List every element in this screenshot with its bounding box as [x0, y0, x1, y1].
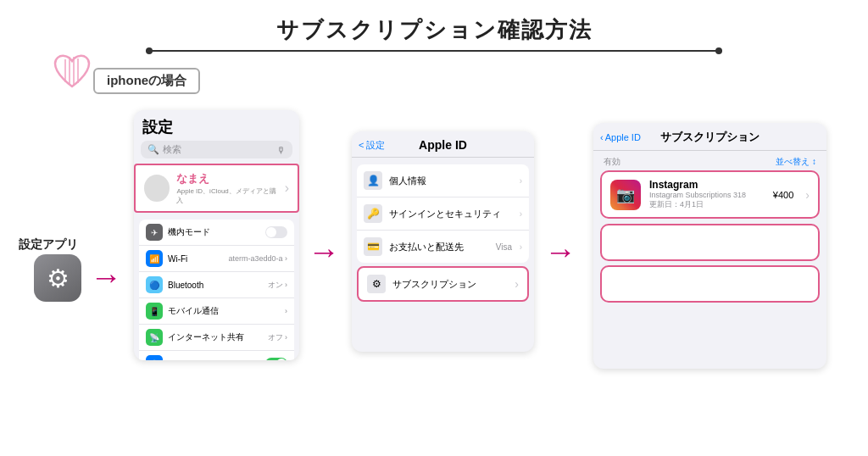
toggle-off[interactable]	[265, 226, 287, 238]
list-item[interactable]: 💳 お支払いと配送先 Visa ›	[357, 231, 529, 263]
bluetooth-icon: 🔵	[146, 276, 163, 293]
hotspot-icon: 📡	[146, 329, 163, 346]
item-value: オン ›	[268, 280, 288, 291]
apple-id-screen: < 設定 Apple ID 👤 個人情報 › 🔑 サインインとセキュリティ › …	[352, 131, 534, 352]
settings-app-label: 設定アプリ	[19, 237, 78, 253]
subscription-nav: ‹ Apple ID サブスクリプション	[593, 123, 826, 151]
chevron-left-icon: ‹	[600, 132, 604, 142]
vpn-icon: 🔒	[146, 355, 163, 360]
empty-subscription-item-2	[600, 265, 820, 303]
search-bar[interactable]: 🔍 検索 🎙	[141, 141, 292, 158]
item-label: サインインとセキュリティ	[389, 208, 501, 220]
item-label: インターネット共有	[168, 331, 244, 343]
instagram-date: 更新日：4月1日	[649, 199, 765, 210]
heart-icon	[53, 53, 92, 90]
instagram-details: Instagram Instagram Subscriptions 318 更新…	[649, 179, 765, 210]
nav-back-button[interactable]: ‹ Apple ID	[600, 132, 641, 142]
search-icon: 🔍	[147, 144, 159, 155]
nav-back-button[interactable]: < 設定	[359, 139, 385, 152]
profile-name: なまえ	[176, 171, 277, 186]
signin-security-icon: 🔑	[364, 204, 382, 223]
arrow-3: →	[544, 236, 576, 268]
chevron-right-icon: ›	[285, 181, 289, 196]
airplane-mode-icon: ✈	[146, 224, 163, 241]
apple-id-list: 👤 個人情報 › 🔑 サインインとセキュリティ › 💳 お支払いと配送先 Vis…	[357, 164, 529, 263]
chevron-right-icon: ›	[520, 209, 522, 219]
settings-screen-header: 設定	[134, 110, 299, 141]
item-value: オフ ›	[268, 332, 288, 343]
title-underline	[146, 50, 722, 52]
arrow-1: →	[90, 261, 122, 293]
list-item[interactable]: ✈ 機内モード	[139, 220, 294, 246]
subscription-nav-title: サブスクリプション	[660, 130, 760, 145]
list-item[interactable]: 🔒 VPN	[139, 351, 294, 360]
chevron-right-icon: ›	[285, 307, 287, 315]
empty-subscription-item-1	[600, 224, 820, 261]
instagram-price: ¥400	[773, 190, 793, 200]
gear-icon: ⚙	[47, 264, 70, 293]
item-label: Wi-Fi	[168, 254, 187, 264]
section-label: 有効	[604, 156, 620, 168]
list-item[interactable]: 🔵 Bluetooth オン ›	[139, 272, 294, 298]
instagram-subtitle: Instagram Subscriptions 318	[649, 191, 765, 199]
list-item[interactable]: 🔑 サインインとセキュリティ ›	[357, 197, 529, 231]
avatar	[144, 175, 170, 202]
mobile-icon: 📱	[146, 303, 163, 320]
sort-button[interactable]: 並べ替え ↕	[776, 156, 816, 168]
subscription-card[interactable]: 📷 Instagram Instagram Subscriptions 318 …	[600, 170, 820, 219]
list-item[interactable]: 📱 モバイル通信 ›	[139, 298, 294, 325]
list-item[interactable]: 👤 個人情報 ›	[357, 164, 529, 197]
apple-id-nav-title: Apple ID	[419, 138, 467, 152]
personal-info-icon: 👤	[364, 171, 382, 190]
chevron-right-icon: ›	[520, 176, 522, 186]
subscription-icon: ⚙	[367, 275, 386, 293]
chevron-right-icon: ›	[515, 277, 519, 291]
payment-icon: 💳	[364, 237, 382, 256]
nav-back-label: Apple ID	[605, 132, 641, 142]
instagram-icon: 📷	[610, 180, 641, 210]
apple-id-nav: < 設定 Apple ID	[352, 131, 534, 158]
item-label: 個人情報	[389, 175, 426, 187]
subscription-row[interactable]: ⚙ サブスクリプション ›	[357, 266, 529, 302]
item-label: お支払いと配送先	[389, 241, 464, 253]
item-label: VPN	[168, 359, 186, 361]
wifi-icon: 📶	[146, 250, 163, 267]
chevron-right-icon: ›	[520, 242, 522, 252]
list-item[interactable]: 📡 インターネット共有 オフ ›	[139, 325, 294, 351]
item-label: 機内モード	[168, 226, 210, 238]
mic-icon: 🎙	[276, 145, 286, 155]
toggle-on[interactable]	[265, 358, 287, 360]
profile-row[interactable]: なまえ Apple ID、iCloud、メディアと購入 ›	[134, 164, 299, 213]
subscription-screen: ‹ Apple ID サブスクリプション 有効 並べ替え ↕ 📷 Instagr…	[593, 123, 826, 369]
item-label: モバイル通信	[168, 305, 219, 317]
iphone-label: iphoneの場合	[93, 68, 200, 94]
list-item[interactable]: 📶 Wi-Fi aterm-a3edd0-a ›	[139, 246, 294, 272]
arrow-2: →	[308, 236, 340, 268]
item-label: Bluetooth	[168, 281, 203, 290]
settings-app-icon: ⚙	[34, 254, 81, 302]
profile-subtitle: Apple ID、iCloud、メディアと購入	[176, 186, 277, 205]
chevron-right-icon: ›	[805, 188, 810, 202]
item-value: aterm-a3edd0-a ›	[228, 254, 287, 263]
settings-screen: 設定 🔍 検索 🎙 なまえ Apple ID、iCloud、メディアと購入 › …	[134, 110, 299, 360]
settings-section-1: ✈ 機内モード 📶 Wi-Fi aterm-a3edd0-a › 🔵 Bluet…	[139, 220, 294, 360]
search-placeholder: 検索	[163, 143, 181, 156]
payment-value: Visa	[496, 242, 512, 252]
instagram-item[interactable]: 📷 Instagram Instagram Subscriptions 318 …	[602, 172, 818, 217]
instagram-title: Instagram	[649, 179, 765, 191]
section-header: 有効 並べ替え ↕	[593, 151, 826, 170]
subscription-label: サブスクリプション	[392, 278, 476, 291]
page-title: サブスクリプション確認方法	[0, 0, 868, 45]
